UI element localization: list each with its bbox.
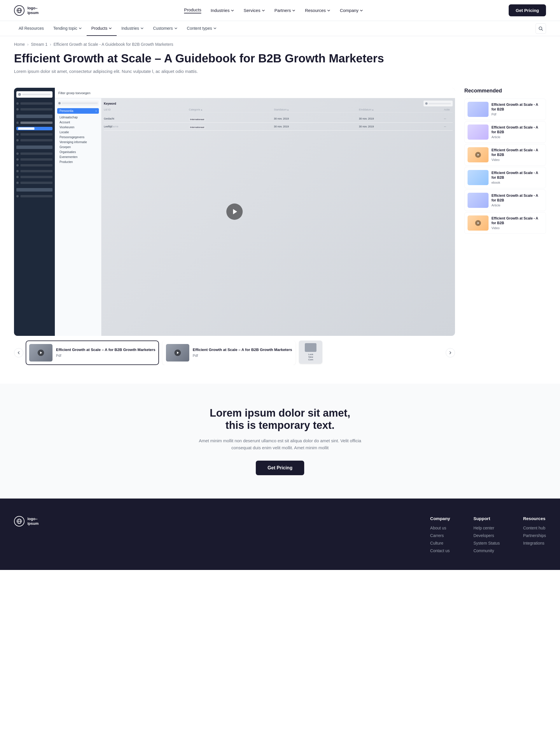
carousel-type-2: Pdf [193, 354, 292, 358]
subnav-industries[interactable]: Industries [117, 21, 148, 36]
cta-title: Lorem ipsum dolor sit amet, this is temp… [207, 407, 353, 431]
footer-content-hub[interactable]: Content hub [523, 526, 546, 530]
cta-section: Lorem ipsum dolor sit amet, this is temp… [0, 384, 560, 498]
hero-section: Efficient Growth at Scale – A Guidebook … [0, 49, 560, 83]
rec-item-type-1: Pdf [491, 113, 543, 116]
svg-marker-14 [477, 222, 479, 224]
footer-logo[interactable]: logo–ipsum [14, 516, 39, 526]
footer-about-us[interactable]: About us [430, 526, 450, 530]
search-button[interactable] [535, 23, 546, 34]
subnav-customers[interactable]: Customers [148, 21, 182, 36]
footer-contact-us[interactable]: Contact us [430, 548, 450, 553]
rec-info-5: Efficient Growth at Scale - A for B2B Ar… [491, 194, 543, 207]
footer-company-title: Company [430, 516, 450, 521]
rec-item-title-4: Efficient Growth at Scale - A for B2B [491, 171, 543, 180]
footer-system-status[interactable]: System Status [473, 541, 500, 545]
rec-info-3: Efficient Growth at Scale - A for B2B Vi… [491, 148, 543, 161]
footer-careers[interactable]: Carrers [430, 533, 450, 538]
main-content: Filter groep toevoegen Persoonlia › [0, 83, 560, 384]
carousel-prev-button[interactable] [14, 348, 23, 358]
video-player[interactable]: Filter groep toevoegen Persoonlia › [14, 88, 455, 336]
video-filter-active: Persoonlia › [57, 108, 99, 114]
carousel-next-button[interactable] [446, 348, 455, 358]
rec-item-4[interactable]: Efficient Growth at Scale - A for B2B eb… [464, 167, 546, 188]
logo[interactable]: logo–ipsum [14, 5, 39, 16]
rec-item-5[interactable]: Efficient Growth at Scale - A for B2B Ar… [464, 190, 546, 211]
content-carousel: Efficient Growth at Scale – A for B2B Gr… [14, 336, 455, 370]
video-play-overlay[interactable] [226, 204, 243, 220]
breadcrumb-current: Efficient Growth at Scale - A Guidebook … [54, 42, 174, 47]
rec-item-title-5: Efficient Growth at Scale - A for B2B [491, 194, 543, 203]
footer-culture[interactable]: Culture [430, 541, 450, 545]
rec-thumb-6 [468, 216, 489, 231]
rec-thumb-3 [468, 147, 489, 162]
svg-marker-13 [477, 154, 479, 156]
subnav-all-resources[interactable]: All Resources [14, 21, 48, 36]
rec-item-title-2: Efficient Growth at Scale - A for B2B [491, 125, 543, 134]
nav-products[interactable]: Products [184, 7, 201, 13]
rec-item-title-6: Efficient Growth at Scale - A for B2B [491, 216, 543, 225]
carousel-item-3[interactable]: LockNewCom [299, 341, 322, 364]
rec-thumb-1 [468, 102, 489, 117]
rec-item-1[interactable]: Efficient Growth at Scale - A for B2B Pd… [464, 99, 546, 120]
rec-item-type-5: Article [491, 204, 543, 207]
nav-company[interactable]: Company [340, 8, 363, 13]
footer-support-title: Support [473, 516, 500, 521]
nav-links: Products Industries Services Partners Re… [184, 7, 363, 13]
footer-help-center[interactable]: Help center [473, 526, 500, 530]
rec-info-2: Efficient Growth at Scale - A for B2B Ar… [491, 125, 543, 139]
carousel-item-1[interactable]: Efficient Growth at Scale – A for B2B Gr… [26, 341, 159, 365]
subnav-trending-topic[interactable]: Tending topic [48, 21, 87, 36]
footer-resources-title: Resources [523, 516, 546, 521]
footer-community[interactable]: Community [473, 548, 500, 553]
breadcrumb-sep-1: › [27, 42, 29, 47]
rec-thumb-4 [468, 170, 489, 185]
video-section: Filter groep toevoegen Persoonlia › [14, 88, 455, 370]
rec-item-title-1: Efficient Growth at Scale - A for B2B [491, 103, 543, 112]
footer-partnerships[interactable]: Partnerships [523, 533, 546, 538]
rec-item-title-3: Efficient Growth at Scale - A for B2B [491, 148, 543, 157]
footer-col-company: Company About us Carrers Culture Contact… [430, 516, 450, 556]
hero-description: Lorem ipsum dolor sit amet, consectetur … [14, 69, 212, 74]
breadcrumb-sep-2: › [50, 42, 51, 47]
svg-line-4 [542, 29, 543, 31]
carousel-info-1: Efficient Growth at Scale – A for B2B Gr… [56, 348, 155, 358]
footer-logo-text: logo–ipsum [27, 516, 39, 526]
breadcrumb-stream[interactable]: Stream 1 [31, 42, 48, 47]
subnav-content-types[interactable]: Content types [182, 21, 221, 36]
nav-industries[interactable]: Industries [211, 8, 234, 13]
footer-logo-icon [14, 516, 25, 526]
nav-get-pricing-button[interactable]: Get Pricing [509, 4, 546, 16]
carousel-thumb-2 [166, 344, 189, 362]
page-title: Efficient Growth at Scale – A Guidebook … [14, 51, 546, 65]
rec-item-2[interactable]: Efficient Growth at Scale - A for B2B Ar… [464, 121, 546, 143]
carousel-thumb-1 [29, 344, 53, 362]
video-app-main: Filter groep toevoegen Persoonlia › [55, 88, 455, 336]
footer-columns: Company About us Carrers Culture Contact… [430, 516, 546, 556]
carousel-item-2[interactable]: Efficient Growth at Scale – A for B2B Gr… [162, 341, 296, 365]
carousel-info-2: Efficient Growth at Scale – A for B2B Gr… [193, 348, 292, 358]
rec-thumb-2 [468, 125, 489, 140]
logo-text: logo–ipsum [27, 6, 39, 15]
footer-content: logo–ipsum Company About us Carrers Cult… [14, 516, 546, 556]
rec-item-3[interactable]: Efficient Growth at Scale - A for B2B Vi… [464, 144, 546, 166]
sub-navigation: All Resources Tending topic Products Ind… [0, 21, 560, 36]
rec-item-type-4: ebook [491, 181, 543, 184]
breadcrumb-home[interactable]: Home [14, 42, 25, 47]
nav-services[interactable]: Services [244, 8, 265, 13]
rec-info-4: Efficient Growth at Scale - A for B2B eb… [491, 171, 543, 184]
nav-resources[interactable]: Resources [305, 8, 330, 13]
footer-integrations[interactable]: Integrations [523, 541, 546, 545]
cta-get-pricing-button[interactable]: Get Pricing [256, 460, 304, 475]
rec-thumb-5 [468, 193, 489, 208]
rec-item-6[interactable]: Efficient Growth at Scale - A for B2B Vi… [464, 212, 546, 234]
subnav-products[interactable]: Products [87, 21, 117, 36]
breadcrumb: Home › Stream 1 › Efficient Growth at Sc… [0, 36, 560, 49]
carousel-type-1: Pdf [56, 354, 155, 358]
recommended-title: Recommended [464, 88, 546, 94]
nav-partners[interactable]: Partners [274, 8, 296, 13]
recommended-panel: Recommended Efficient Growth at Scale - … [464, 88, 546, 370]
svg-marker-5 [233, 209, 237, 214]
footer-developers[interactable]: Developers [473, 533, 500, 538]
rec-item-type-6: Video [491, 226, 543, 230]
